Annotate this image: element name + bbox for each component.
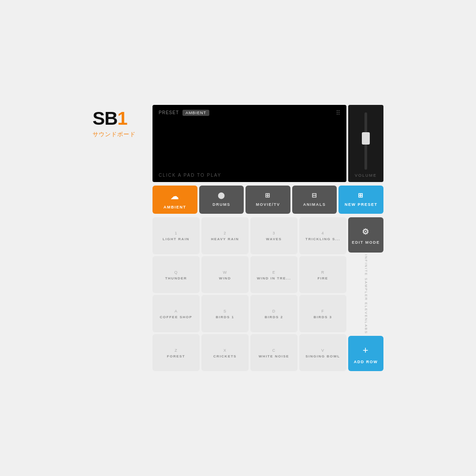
- add-row-label: ADD ROW: [354, 360, 378, 364]
- app-container: SB1 サウンドボード PRESET AMBIENT ⠿ CLICK A PAD…: [84, 96, 392, 380]
- pad-singing-bowl[interactable]: V SINGING BOWL: [299, 334, 346, 371]
- pad-thunder[interactable]: Q THUNDER: [152, 256, 200, 293]
- pad-white-noise[interactable]: C WHITE NOISE: [250, 334, 298, 371]
- pad-label-light-rain: LIGHT RAIN: [163, 237, 190, 241]
- edit-mode-label: EDIT MODE: [352, 240, 380, 245]
- pad-label-thunder: THUNDER: [165, 276, 187, 280]
- animals-icon: ⊟: [312, 192, 318, 199]
- side-line1: INFINITE SAMPLER: [364, 254, 368, 301]
- pad-label-birds-1: BIRDS 1: [216, 315, 234, 319]
- pad-fire[interactable]: R FIRE: [299, 256, 346, 293]
- pad-key-2: 2: [223, 231, 226, 235]
- pad-wind[interactable]: W WIND: [201, 256, 249, 293]
- pad-wind-trees[interactable]: E WIND IN TRE...: [250, 256, 298, 293]
- preset-label: PRESET: [159, 110, 179, 115]
- pad-label-forest: FOREST: [167, 354, 185, 358]
- category-movie-tv[interactable]: ⊞ MOVIE/TV: [245, 186, 290, 214]
- pad-label-wind-trees: WIND IN TRE...: [257, 276, 291, 280]
- add-icon: +: [363, 345, 369, 356]
- pad-key-4: 4: [321, 231, 324, 235]
- volume-thumb[interactable]: [362, 132, 370, 145]
- drums-label: DRUMS: [212, 202, 231, 207]
- side-info: INFINITE SAMPLER ELEVENLABS: [348, 254, 383, 335]
- pad-key-e: E: [272, 270, 275, 275]
- pad-key-c: C: [272, 348, 276, 353]
- movie-icon: ⊞: [265, 192, 271, 199]
- top-section: PRESET AMBIENT ⠿ CLICK A PAD TO PLAY VOL…: [152, 105, 383, 182]
- pad-label-coffee-shop: COFFEE SHOP: [160, 315, 193, 319]
- pad-label-white-noise: WHITE NOISE: [259, 354, 289, 358]
- pad-label-fire: FIRE: [317, 276, 328, 280]
- add-row-button[interactable]: + ADD ROW: [348, 336, 383, 371]
- edit-icon: ⚙: [362, 227, 370, 237]
- category-drums[interactable]: ⬤ DRUMS: [199, 186, 244, 214]
- main-grid-section: 1 LIGHT RAIN 2 HEAVY RAIN 3 WAVES 4 TRIC…: [152, 217, 383, 372]
- volume-track[interactable]: [364, 112, 367, 170]
- pad-key-s: S: [223, 309, 227, 313]
- display-top: PRESET AMBIENT ⠿: [159, 109, 340, 116]
- preset-badge: AMBIENT: [182, 110, 209, 116]
- pad-label-waves: WAVES: [266, 237, 282, 241]
- pad-key-a: A: [175, 309, 178, 313]
- pad-key-r: R: [321, 270, 325, 275]
- right-side-buttons: ⚙ EDIT MODE INFINITE SAMPLER ELEVENLABS …: [348, 217, 383, 372]
- pad-coffee-shop[interactable]: A COFFEE SHOP: [152, 295, 200, 332]
- click-to-play: CLICK A PAD TO PLAY: [159, 173, 340, 178]
- grid-icon: ⠿: [336, 109, 340, 116]
- pad-key-f: F: [321, 309, 324, 313]
- drums-icon: ⬤: [218, 192, 226, 199]
- pad-label-heavy-rain: HEAVY RAIN: [211, 237, 239, 241]
- pad-light-rain[interactable]: 1 LIGHT RAIN: [152, 217, 200, 254]
- ambient-icon: ☁: [171, 192, 179, 201]
- new-preset-label: NEW PRESET: [345, 202, 378, 207]
- pad-label-birds-2: BIRDS 2: [264, 315, 283, 319]
- new-preset-icon: ⊞: [358, 192, 364, 199]
- display-area: PRESET AMBIENT ⠿ CLICK A PAD TO PLAY: [152, 105, 346, 182]
- category-animals[interactable]: ⊟ ANIMALS: [292, 186, 337, 214]
- pad-label-singing-bowl: SINGING BOWL: [305, 354, 340, 358]
- pad-key-v: V: [321, 348, 324, 353]
- pad-forest[interactable]: Z FOREST: [152, 334, 200, 371]
- volume-label: VOLUME: [355, 173, 377, 178]
- pad-key-x: X: [223, 348, 227, 353]
- volume-section: VOLUME: [348, 105, 383, 182]
- logo-japanese: サウンドボード: [93, 130, 136, 138]
- category-ambient[interactable]: ☁ AMBIENT: [152, 186, 197, 214]
- animals-label: ANIMALS: [303, 202, 326, 207]
- movie-label: MOVIE/TV: [256, 202, 280, 207]
- pad-key-w: W: [223, 270, 227, 275]
- ambient-label: AMBIENT: [164, 205, 186, 209]
- pad-key-q: Q: [174, 270, 178, 275]
- pad-trickling[interactable]: 4 TRICKLING S...: [299, 217, 346, 254]
- pad-label-crickets: CRICKETS: [213, 354, 237, 358]
- pad-key-z: Z: [175, 348, 178, 353]
- pad-key-1: 1: [175, 231, 177, 235]
- pad-label-trickling: TRICKLING S...: [305, 237, 340, 241]
- pad-key-d: D: [272, 309, 276, 313]
- category-row: ☁ AMBIENT ⬤ DRUMS ⊞ MOVIE/TV ⊟ ANIMALS ⊞…: [152, 186, 383, 214]
- logo-num: 1: [117, 108, 127, 129]
- logo: SB1: [93, 109, 127, 128]
- pad-label-birds-3: BIRDS 3: [313, 315, 332, 319]
- new-preset-button[interactable]: ⊞ NEW PRESET: [338, 186, 383, 214]
- pad-waves[interactable]: 3 WAVES: [250, 217, 298, 254]
- pad-birds-1[interactable]: S BIRDS 1: [201, 295, 249, 332]
- edit-mode-button[interactable]: ⚙ EDIT MODE: [348, 217, 383, 253]
- pad-crickets[interactable]: X CRICKETS: [201, 334, 249, 371]
- pad-birds-3[interactable]: F BIRDS 3: [299, 295, 346, 332]
- pad-heavy-rain[interactable]: 2 HEAVY RAIN: [201, 217, 249, 254]
- logo-section: SB1 サウンドボード: [93, 105, 145, 138]
- main-panel: PRESET AMBIENT ⠿ CLICK A PAD TO PLAY VOL…: [152, 105, 383, 372]
- pad-birds-2[interactable]: D BIRDS 2: [250, 295, 298, 332]
- pads-grid: 1 LIGHT RAIN 2 HEAVY RAIN 3 WAVES 4 TRIC…: [152, 217, 346, 372]
- side-line2: ELEVENLABS: [364, 302, 368, 334]
- logo-sb: SB: [93, 108, 117, 129]
- pad-key-3: 3: [272, 231, 275, 235]
- pad-label-wind: WIND: [219, 276, 231, 280]
